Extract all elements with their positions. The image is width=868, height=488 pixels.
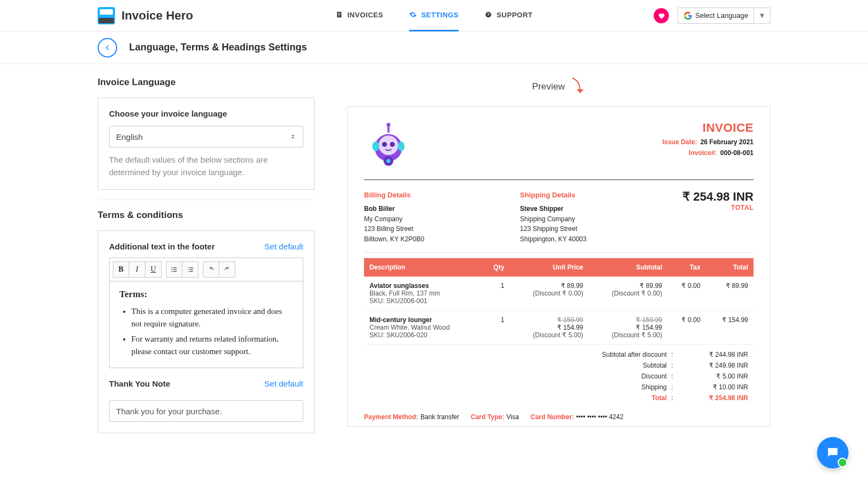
col-total: Total bbox=[706, 258, 754, 277]
svg-rect-17 bbox=[189, 271, 193, 272]
svg-point-19 bbox=[379, 136, 398, 155]
bullet-list-button[interactable] bbox=[166, 261, 182, 278]
google-translate-select[interactable]: Select Language ▼ bbox=[678, 8, 770, 24]
invoice-summary: Subtotal after discount:₹ 244.98 INRSubt… bbox=[364, 349, 754, 403]
nav-support[interactable]: ? SUPPORT bbox=[484, 0, 532, 31]
billing-street: 123 Billing Street bbox=[364, 224, 424, 234]
footer-text-label: Additional text in the footer bbox=[109, 242, 215, 251]
svg-point-6 bbox=[171, 267, 173, 268]
svg-point-20 bbox=[382, 142, 387, 147]
svg-rect-15 bbox=[189, 269, 193, 269]
card-type-label: Card Type: bbox=[471, 413, 505, 421]
preview-label: Preview bbox=[532, 81, 565, 92]
terms-card: Additional text in the footer Set defaul… bbox=[98, 230, 315, 433]
invoice-number-label: Invoice#: bbox=[689, 149, 717, 157]
back-button[interactable] bbox=[98, 38, 117, 57]
item-name: Aviator sunglasses bbox=[369, 282, 476, 290]
shipping-city: Shippington, KY 40003 bbox=[520, 234, 587, 245]
invoice-meta: INVOICE Issue Date:26 February 2021 Invo… bbox=[662, 121, 754, 170]
svg-text:3: 3 bbox=[187, 271, 188, 273]
nav-support-label: SUPPORT bbox=[496, 11, 532, 19]
summary-value: ₹ 10.00 INR bbox=[678, 383, 748, 391]
shipping-name: Steve Shipper bbox=[520, 204, 587, 214]
nav-settings[interactable]: SETTINGS bbox=[409, 0, 458, 31]
language-select-value: English bbox=[116, 132, 143, 142]
item-sku: SKU: SKU2006-020 bbox=[369, 331, 476, 339]
invoice-logo-icon bbox=[364, 121, 413, 170]
app-logo-icon bbox=[98, 7, 115, 24]
chat-icon bbox=[826, 446, 840, 455]
terms-editor[interactable]: Terms: This is a computer generated invo… bbox=[109, 281, 303, 368]
card-type-value: Visa bbox=[507, 413, 519, 421]
payment-method-value: Bank transfer bbox=[420, 413, 459, 421]
summary-row: Shipping:₹ 10.00 INR bbox=[364, 382, 754, 393]
bold-button[interactable]: B bbox=[113, 261, 129, 278]
google-translate-label: Select Language bbox=[695, 11, 749, 20]
svg-point-8 bbox=[171, 269, 173, 270]
items-table: Description Qty Unit Price Subtotal Tax … bbox=[364, 258, 754, 345]
table-row: Mid-century loungerCream White, Walnut W… bbox=[364, 310, 754, 344]
main-nav: INVOICES SETTINGS ? SUPPORT bbox=[335, 0, 532, 31]
svg-point-21 bbox=[390, 142, 395, 147]
italic-button[interactable]: I bbox=[129, 261, 145, 278]
table-row: Aviator sunglassesBlack, Full Rim, 137 m… bbox=[364, 277, 754, 311]
underline-button[interactable]: U bbox=[145, 261, 162, 278]
grand-total: ₹ 254.98 INR TOTAL bbox=[682, 190, 754, 245]
svg-rect-2 bbox=[338, 14, 341, 15]
summary-label: Shipping bbox=[369, 383, 667, 391]
summary-label: Subtotal after discount bbox=[369, 351, 667, 358]
arrow-left-icon bbox=[103, 43, 112, 52]
preview-pane: Preview I bbox=[347, 77, 770, 427]
nav-invoices-label: INVOICES bbox=[347, 11, 383, 19]
redo-button[interactable] bbox=[219, 261, 235, 278]
billing-details: Billing Details Bob Biller My Company 12… bbox=[364, 190, 424, 245]
nav-invoices[interactable]: INVOICES bbox=[335, 0, 383, 31]
item-tax: ₹ 0.00 bbox=[668, 310, 706, 344]
billing-name: Bob Biller bbox=[364, 204, 424, 214]
shipping-company: Shipping Company bbox=[520, 214, 587, 224]
svg-text:?: ? bbox=[487, 12, 490, 16]
item-tax: ₹ 0.00 bbox=[668, 277, 706, 311]
item-unit: ₹ 89.99(Discount ₹ 0.00) bbox=[510, 277, 589, 311]
google-icon bbox=[684, 11, 692, 20]
invoice-number-value: 000-08-001 bbox=[720, 149, 754, 157]
support-icon: ? bbox=[484, 11, 492, 18]
item-sku: SKU: SKU2006-001 bbox=[369, 297, 476, 305]
terms-heading: Terms & conditions bbox=[98, 210, 315, 221]
summary-value: ₹ 244.98 INR bbox=[678, 351, 748, 358]
editor-toolbar: B I U 123 bbox=[109, 258, 303, 281]
billing-company: My Company bbox=[364, 214, 424, 224]
shipping-street: 123 Shipping Street bbox=[520, 224, 587, 234]
summary-label: Discount bbox=[369, 373, 667, 380]
svg-rect-11 bbox=[173, 271, 176, 272]
thankyou-input[interactable] bbox=[109, 400, 303, 422]
card-number-value: •••• •••• •••• 4242 bbox=[576, 413, 623, 421]
nav-settings-label: SETTINGS bbox=[421, 11, 458, 19]
summary-value: ₹ 249.98 INR bbox=[678, 362, 748, 369]
top-right: Select Language ▼ bbox=[654, 8, 770, 24]
issue-date-label: Issue Date: bbox=[662, 138, 697, 146]
sub-header: Language, Terms & Headings Settings bbox=[0, 31, 868, 64]
undo-button[interactable] bbox=[203, 261, 219, 278]
item-variant: Cream White, Walnut Wood bbox=[369, 324, 476, 331]
footer-set-default-link[interactable]: Set default bbox=[264, 242, 303, 251]
page-title: Language, Terms & Headings Settings bbox=[129, 42, 307, 53]
language-select[interactable]: English bbox=[109, 126, 303, 147]
billing-heading: Billing Details bbox=[364, 190, 424, 201]
settings-icon bbox=[409, 11, 417, 18]
svg-point-10 bbox=[171, 271, 173, 272]
payment-line: Payment Method:Bank transfer Card Type:V… bbox=[364, 413, 754, 421]
thankyou-set-default-link[interactable]: Set default bbox=[264, 379, 303, 388]
numbered-list-button[interactable]: 123 bbox=[182, 261, 199, 278]
terms-item: This is a computer generated invoice and… bbox=[131, 305, 293, 331]
item-sub: ₹ 89.99(Discount ₹ 0.00) bbox=[589, 277, 667, 311]
item-variant: Black, Full Rim, 137 mm bbox=[369, 290, 476, 297]
item-total: ₹ 89.99 bbox=[706, 277, 754, 311]
main-content: Invoice Language Choose your invoice lan… bbox=[0, 64, 868, 455]
item-qty: 1 bbox=[482, 310, 510, 344]
favorite-button[interactable] bbox=[654, 8, 669, 23]
col-sub: Subtotal bbox=[589, 258, 667, 277]
section-divider bbox=[98, 200, 315, 200]
language-helper-text: The default values of the below sections… bbox=[109, 154, 303, 178]
svg-rect-3 bbox=[338, 16, 340, 16]
